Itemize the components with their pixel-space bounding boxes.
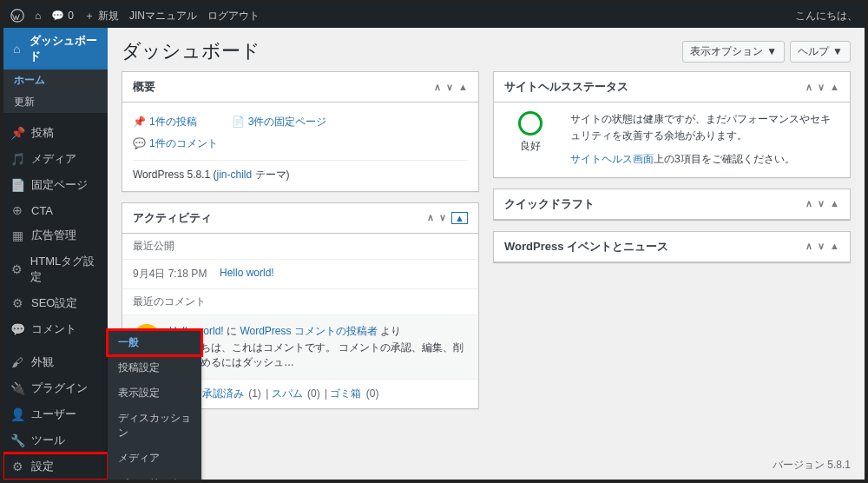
- recent-comments: 最近のコメント: [122, 289, 478, 315]
- caret-up-icon[interactable]: ▲: [830, 198, 839, 209]
- quickdraft-title: クイックドラフト: [504, 196, 595, 212]
- sidebar-dashboard[interactable]: ⌂ダッシュボード: [3, 28, 108, 69]
- logout-link[interactable]: ログアウト: [207, 9, 260, 23]
- sidebar-posts[interactable]: 📌投稿: [3, 120, 108, 146]
- chevron-down-icon[interactable]: ∨: [439, 212, 446, 224]
- chevron-down-icon[interactable]: ∨: [818, 82, 825, 93]
- quick-draft-box: クイックドラフト ∧∨▲: [493, 189, 851, 221]
- help-button[interactable]: ヘルプ ▼: [790, 41, 851, 63]
- footer-version: バージョン 5.8.1: [773, 458, 851, 473]
- chevron-down-icon[interactable]: ∨: [446, 82, 453, 93]
- comment-author-link[interactable]: WordPress コメントの投稿者: [240, 325, 377, 337]
- posts-link[interactable]: 1件の投稿: [149, 116, 197, 128]
- chevron-up-icon[interactable]: ∧: [806, 82, 812, 93]
- health-status-label: 良好: [504, 139, 556, 154]
- wrench-icon: 🔧: [10, 433, 24, 447]
- admin-footer: ございます。 バージョン 5.8.1: [108, 451, 865, 480]
- dashboard-icon: ⌂: [10, 42, 23, 56]
- admin-topbar: ⌂ 💬 0 ＋ 新規 JINマニュアル ログアウト こんにちは、: [3, 3, 865, 28]
- news-title: WordPress イベントとニュース: [504, 239, 668, 255]
- overview-box: 概要 ∧∨▲ 📌1件の投稿 📄3件の固定ページ 💬1件のコメント WordPre…: [122, 71, 479, 192]
- chevron-down-icon: ▼: [766, 45, 777, 57]
- recent-published: 最近公開: [122, 234, 478, 260]
- theme-link[interactable]: jin-child: [216, 169, 252, 181]
- caret-up-icon[interactable]: ▲: [830, 241, 839, 252]
- chevron-up-icon[interactable]: ∧: [434, 82, 441, 93]
- trash-link[interactable]: ゴミ箱: [330, 387, 361, 400]
- jin-manual-link[interactable]: JINマニュアル: [129, 9, 197, 23]
- pin-icon: 📌: [133, 116, 146, 128]
- new-content[interactable]: ＋ 新規: [84, 9, 119, 23]
- chevron-up-icon[interactable]: ∧: [806, 241, 812, 252]
- page-title: ダッシュボード: [122, 38, 260, 64]
- caret-up-icon[interactable]: ▲: [830, 82, 839, 93]
- flyout-writing[interactable]: 投稿設定: [108, 355, 201, 380]
- chevron-down-icon[interactable]: ∨: [818, 198, 825, 209]
- sidebar-users[interactable]: 👤ユーザー: [3, 401, 108, 427]
- flyout-general[interactable]: 一般: [108, 330, 201, 355]
- sidebar-cta[interactable]: ⊕CTA: [3, 198, 108, 222]
- comment-icon: 💬: [133, 137, 146, 149]
- page-icon: 📄: [232, 116, 245, 128]
- health-description: サイトの状態は健康ですが、まだパフォーマンスやセキュリティを改善する余地がありま…: [570, 111, 839, 144]
- site-home-icon[interactable]: ⌂: [35, 10, 41, 22]
- settings-flyout: 一般 投稿設定 表示設定 ディスカッション メディア パーマリンク プライバシー: [108, 330, 201, 483]
- sidebar-comments[interactable]: 💬コメント: [3, 316, 108, 342]
- health-status-icon: [518, 111, 542, 136]
- comments-count[interactable]: 💬 0: [51, 10, 74, 22]
- sidebar-tools[interactable]: 🔧ツール: [3, 427, 108, 453]
- spam-link[interactable]: スパム: [272, 387, 303, 400]
- comment-icon: 💬: [10, 322, 24, 336]
- screen-options-button[interactable]: 表示オプション ▼: [682, 41, 785, 63]
- sidebar-pages[interactable]: 📄固定ページ: [3, 172, 108, 198]
- cta-icon: ⊕: [10, 203, 24, 217]
- page-icon: 📄: [10, 178, 24, 192]
- admin-sidebar: ⌂ダッシュボード ホーム 更新 📌投稿 🎵メディア 📄固定ページ ⊕CTA ▦広…: [3, 28, 108, 480]
- pin-icon: 📌: [10, 126, 24, 140]
- gear-icon: ⚙: [10, 262, 23, 276]
- approved-link[interactable]: 承認済み: [202, 387, 244, 400]
- health-title: サイトヘルスステータス: [504, 79, 628, 95]
- chevron-up-icon[interactable]: ∧: [427, 212, 434, 224]
- ads-icon: ▦: [10, 228, 24, 242]
- sidebar-seo[interactable]: ⚙SEO設定: [3, 290, 108, 316]
- sidebar-home[interactable]: ホーム: [3, 69, 108, 91]
- pages-link[interactable]: 3件の固定ページ: [248, 116, 327, 128]
- site-health-link[interactable]: サイトヘルス画面: [570, 153, 654, 165]
- caret-up-icon[interactable]: ▲: [458, 82, 468, 93]
- site-health-box: サイトヘルスステータス ∧∨▲ 良好 サイトの状態は健康ですが、まだパフォーマン…: [493, 71, 851, 178]
- gear-icon: ⚙: [10, 296, 24, 310]
- activity-date: 9月4日 7:18 PM: [133, 267, 220, 281]
- sidebar-settings[interactable]: ⚙設定: [3, 453, 108, 480]
- overview-title: 概要: [133, 79, 155, 95]
- comment-body: こんにちは、これはコメントです。 コメントの承認、編集、削除を始めるにはダッシュ…: [169, 341, 468, 370]
- main-content: ダッシュボード 表示オプション ▼ ヘルプ ▼ 概要 ∧∨▲ 📌1件の投稿 📄3…: [108, 28, 865, 480]
- activity-post-link[interactable]: Hello world!: [220, 267, 274, 281]
- news-box: WordPress イベントとニュース ∧∨▲: [493, 231, 851, 263]
- media-icon: 🎵: [10, 152, 24, 166]
- sidebar-plugins[interactable]: 🔌プラグイン: [3, 375, 108, 401]
- flyout-permalink[interactable]: パーマリンク: [108, 471, 201, 483]
- greeting[interactable]: こんにちは、: [795, 9, 858, 23]
- flyout-media[interactable]: メディア: [108, 446, 201, 471]
- sidebar-collapse[interactable]: ◀メニューを閉じる: [3, 480, 108, 483]
- activity-title: アクティビティ: [133, 210, 212, 226]
- comments-link[interactable]: 1件のコメント: [149, 137, 218, 149]
- caret-up-icon[interactable]: ▲: [451, 212, 468, 224]
- plugin-icon: 🔌: [10, 381, 24, 395]
- chevron-up-icon[interactable]: ∧: [806, 198, 812, 209]
- flyout-reading[interactable]: 表示設定: [108, 380, 201, 406]
- sidebar-updates[interactable]: 更新: [3, 91, 108, 113]
- chevron-down-icon: ▼: [832, 45, 843, 57]
- sidebar-ads[interactable]: ▦広告管理: [3, 222, 108, 248]
- sliders-icon: ⚙: [10, 460, 24, 473]
- wp-logo[interactable]: [10, 9, 24, 23]
- user-icon: 👤: [10, 407, 24, 421]
- sidebar-htmltag[interactable]: ⚙HTMLタグ設定: [3, 248, 108, 290]
- brush-icon: 🖌: [10, 355, 24, 369]
- sidebar-appearance[interactable]: 🖌外観: [3, 349, 108, 375]
- chevron-down-icon[interactable]: ∨: [818, 241, 825, 252]
- flyout-discussion[interactable]: ディスカッション: [108, 406, 201, 446]
- sidebar-media[interactable]: 🎵メディア: [3, 146, 108, 172]
